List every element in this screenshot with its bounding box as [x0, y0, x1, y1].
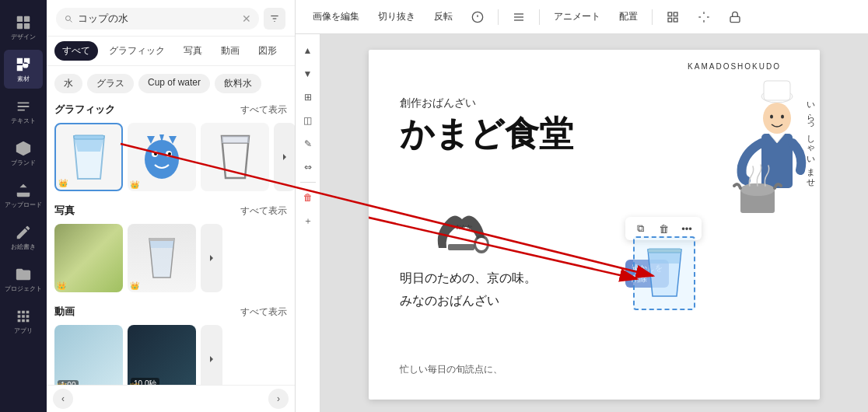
video-section-header: 動画 すべて表示 — [54, 305, 287, 319]
crown-icon: 👑 — [58, 179, 68, 187]
sidebar-item-draw[interactable]: お絵書き — [4, 218, 43, 257]
onigiri-icon: おかか — [431, 205, 493, 263]
svg-point-14 — [168, 152, 171, 155]
canvas-area: 画像を編集 切り抜き 反転 アニメート 配置 ▲ ▼ ⊞ — [296, 0, 868, 412]
video-item-dark[interactable]: 10.0秒 👑 — [128, 325, 196, 385]
graphic-item-monster[interactable]: 👑 — [128, 123, 196, 191]
svg-rect-40 — [764, 81, 790, 100]
water-glass-svg — [68, 132, 110, 183]
mini-down-arrow[interactable]: ▼ — [298, 64, 318, 84]
tag-glass[interactable]: グラス — [87, 74, 134, 93]
mini-layers-icon[interactable]: ◫ — [298, 110, 318, 131]
chef-svg — [719, 65, 812, 283]
mini-up-arrow[interactable]: ▲ — [298, 40, 318, 61]
tag-water[interactable]: 水 — [54, 74, 82, 93]
edit-image-button[interactable]: 画像を編集 — [308, 7, 364, 26]
tab-photo[interactable]: 写真 — [176, 41, 210, 61]
body-text: 明日のための、京の味。 みなのおばんざい — [400, 267, 537, 312]
grid-icon[interactable] — [662, 6, 684, 28]
onigiri-svg: おかか — [431, 205, 493, 260]
photo-glass-svg — [146, 237, 177, 280]
svg-rect-23 — [149, 238, 174, 241]
crown-icon-5: 👑 — [57, 382, 66, 385]
mini-divider — [300, 182, 316, 183]
search-box[interactable]: ✕ — [56, 8, 259, 30]
panel-prev-arrow[interactable]: ‹ — [53, 389, 73, 409]
photo-items-row: 👑 👑 — [54, 224, 287, 292]
svg-point-42 — [770, 115, 773, 119]
svg-point-41 — [763, 103, 791, 134]
sidebar-item-text[interactable]: テキスト — [4, 92, 43, 131]
bottom-text: 忙しい毎日の旬読点に、 — [400, 363, 502, 376]
svg-point-13 — [154, 152, 157, 155]
subtitle-text: 創作おばんざい — [400, 96, 573, 110]
info-icon[interactable] — [467, 6, 488, 28]
photo-show-all[interactable]: すべて表示 — [240, 204, 287, 218]
arrange-button[interactable]: 配置 — [614, 7, 642, 26]
search-clear-icon[interactable]: ✕ — [242, 12, 251, 25]
graphic-show-all[interactable]: すべて表示 — [240, 103, 287, 117]
search-input[interactable] — [78, 13, 237, 25]
video-items-row: 1:00 👑 10.0秒 👑 — [54, 325, 287, 385]
sidebar-item-project[interactable]: プロジェクト — [4, 260, 43, 299]
elements-panel: ✕ すべて グラフィック 写真 動画 図形 水 グラス Cup of water… — [47, 0, 296, 412]
tab-video[interactable]: 動画 — [213, 41, 247, 61]
tag-drink[interactable]: 飲料水 — [215, 74, 261, 93]
svg-text:おかか: おかか — [456, 224, 472, 230]
svg-rect-0 — [17, 16, 23, 21]
mini-link-icon[interactable]: ⇔ — [298, 157, 318, 177]
graphic-items-row: 👑 👑 — [54, 123, 287, 191]
graphic-item-glass-outline[interactable] — [201, 123, 269, 191]
svg-point-51 — [476, 238, 487, 250]
video-show-all[interactable]: すべて表示 — [240, 306, 287, 319]
mini-plus-icon[interactable]: ＋ — [298, 211, 318, 231]
tab-graphic[interactable]: グラフィック — [101, 41, 173, 61]
svg-rect-31 — [674, 12, 677, 16]
tab-shape[interactable]: 図形 — [250, 41, 285, 61]
left-sidebar: デザイン 素材 テキスト ブランド アップロード お絵書き プロジェクト アプリ — [0, 0, 47, 412]
sidebar-item-design[interactable]: デザイン — [4, 8, 43, 47]
video-section-title: 動画 — [54, 305, 75, 319]
tag-cup-of-water[interactable]: Cup of water — [138, 74, 210, 93]
tag-row: 水 グラス Cup of water 飲料水 — [54, 74, 287, 93]
panel-next-arrow[interactable]: › — [268, 389, 289, 409]
position-icon[interactable] — [693, 6, 715, 28]
copy-icon[interactable]: ⧉ — [632, 220, 649, 237]
top-toolbar: 画像を編集 切り抜き 反転 アニメート 配置 — [296, 0, 868, 34]
sidebar-item-brand[interactable]: ブランド — [4, 134, 43, 173]
svg-line-56 — [369, 182, 637, 279]
flip-button[interactable]: 反転 — [429, 7, 457, 26]
svg-rect-32 — [668, 18, 672, 22]
panel-content: 水 グラス Cup of water 飲料水 グラフィック すべて表示 👑 — [47, 66, 295, 385]
video-item-blue[interactable]: 1:00 👑 — [54, 325, 123, 385]
mini-expand-icon[interactable]: ⊞ — [298, 87, 318, 107]
canvas[interactable]: KAMADOSHOKUDO — [320, 34, 868, 412]
photo-item-more[interactable] — [201, 224, 222, 292]
animate-button[interactable]: アニメート — [549, 7, 605, 26]
separator-1 — [498, 9, 499, 25]
lock-icon[interactable] — [724, 6, 746, 28]
svg-rect-1 — [24, 16, 30, 21]
graphic-item-more[interactable] — [274, 123, 295, 191]
graphic-item-water-glass[interactable]: 👑 — [54, 123, 123, 191]
mini-delete-icon[interactable]: 🗑 — [298, 187, 318, 208]
sidebar-item-apps[interactable]: アプリ — [4, 302, 43, 340]
tab-all[interactable]: すべて — [54, 41, 98, 61]
body-line2: みなのおばんざい — [400, 290, 537, 312]
crown-icon-2: 👑 — [130, 180, 139, 189]
trash-icon[interactable]: 🗑 — [655, 220, 672, 237]
search-filter-button[interactable] — [264, 8, 285, 30]
photo-item-green[interactable]: 👑 — [54, 224, 123, 292]
more-options-icon[interactable]: ••• — [678, 220, 695, 237]
photo-item-glass-white[interactable]: 👑 — [128, 224, 196, 292]
canvas-wrapper: ▲ ▼ ⊞ ◫ ✎ ⇔ 🗑 ＋ KAMADOSHOKUDO — [296, 34, 868, 412]
panel-search-row: ✕ — [47, 0, 295, 37]
mini-edit-icon[interactable]: ✎ — [298, 134, 318, 154]
align-icon[interactable] — [508, 6, 530, 28]
crop-button[interactable]: 切り抜き — [373, 7, 420, 26]
main-title: かまど食堂 — [400, 115, 573, 152]
placed-glass[interactable] — [633, 236, 695, 310]
sidebar-item-upload[interactable]: アップロード — [4, 176, 43, 215]
video-item-more[interactable] — [201, 325, 222, 385]
sidebar-item-elements[interactable]: 素材 — [4, 50, 43, 89]
